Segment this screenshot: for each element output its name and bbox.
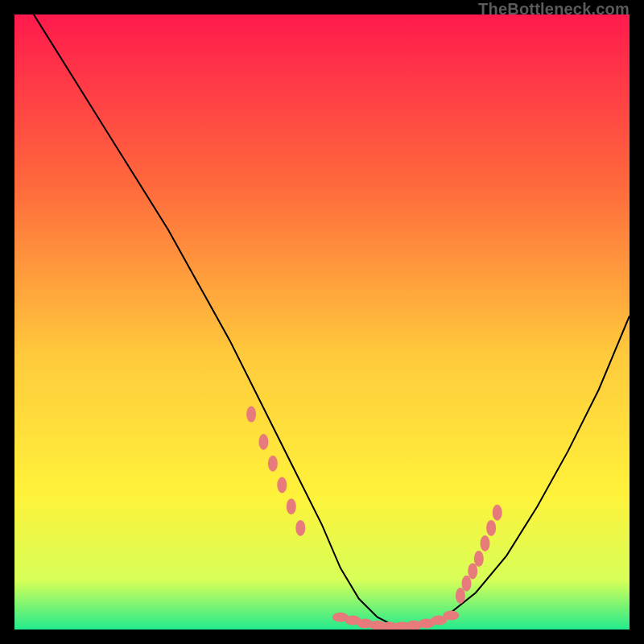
marker-dot — [268, 456, 278, 472]
marker-dot — [474, 551, 484, 567]
marker-dot — [287, 498, 296, 514]
marker-dot — [295, 520, 305, 536]
marker-dot — [486, 520, 496, 536]
marker-dot — [277, 477, 287, 493]
watermark-text: TheBottleneck.com — [478, 0, 630, 19]
plot-area — [14, 14, 630, 630]
gradient-bg — [14, 14, 630, 630]
chart-svg — [14, 14, 630, 630]
marker-dot — [493, 505, 502, 521]
marker-dot — [481, 535, 490, 551]
marker-dot — [468, 563, 477, 579]
marker-dot — [443, 610, 459, 620]
marker-dot — [258, 434, 268, 450]
marker-dot — [456, 588, 465, 604]
chart-frame: TheBottleneck.com — [0, 0, 644, 644]
marker-dot — [462, 576, 472, 592]
marker-dot — [246, 407, 256, 423]
